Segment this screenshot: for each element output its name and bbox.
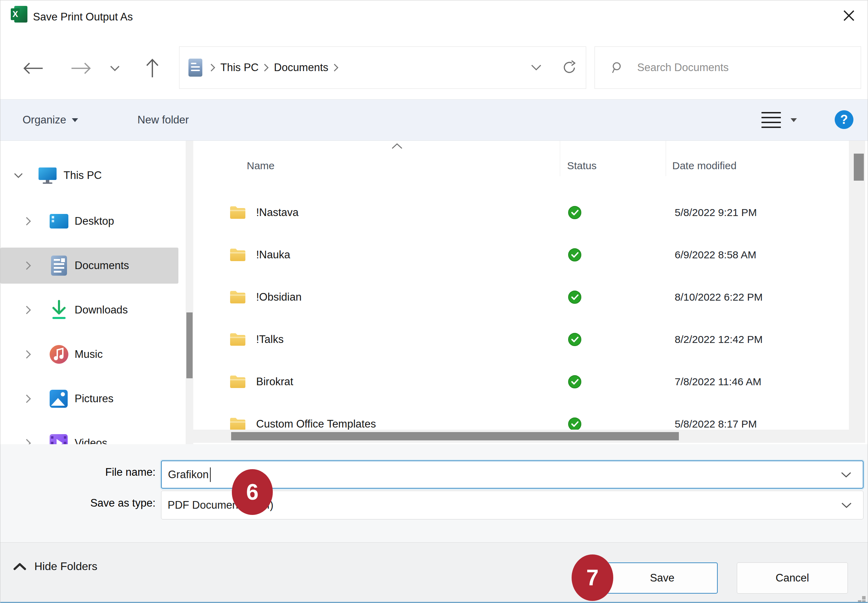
chevron-collapsed-icon[interactable] — [25, 349, 31, 359]
hide-folders-button[interactable]: Hide Folders — [13, 560, 97, 573]
view-dropdown-icon — [790, 118, 797, 122]
fields-section: File name: Grafikon 6 Save as type: PDF … — [0, 444, 868, 542]
annotation-step-7: 7 — [572, 555, 613, 601]
downloads-icon — [50, 300, 68, 320]
sidebar-item-desktop[interactable]: Desktop — [0, 203, 178, 239]
sidebar-label: Music — [74, 348, 103, 360]
sort-ascending-icon — [391, 142, 403, 150]
horizontal-scrollbar-thumb[interactable] — [231, 432, 679, 441]
footer-bar: Hide Folders Save Cancel — [0, 542, 868, 602]
sidebar-item-this-pc[interactable]: This PC — [0, 158, 178, 193]
chevron-collapsed-icon[interactable] — [25, 394, 31, 404]
sidebar-item-pictures[interactable]: Pictures — [0, 381, 178, 417]
breadcrumb-this-pc[interactable]: This PC — [220, 61, 259, 74]
sidebar-scrollbar-thumb[interactable] — [186, 312, 193, 378]
help-button[interactable]: ? — [835, 110, 853, 129]
excel-app-icon: X — [11, 6, 28, 23]
list-view-icon — [761, 112, 781, 128]
breadcrumb-documents[interactable]: Documents — [274, 61, 328, 74]
change-view-button[interactable] — [761, 99, 797, 141]
chevron-expanded-icon[interactable] — [14, 173, 23, 179]
back-button[interactable] — [19, 55, 47, 82]
desktop-icon — [49, 213, 69, 229]
file-row[interactable]: !Nauka 6/9/2022 8:58 AM — [193, 234, 846, 276]
forward-button[interactable] — [67, 55, 95, 82]
folder-icon — [229, 332, 246, 346]
save-as-type-dropdown-icon[interactable] — [841, 502, 852, 508]
breadcrumb-chevron-icon — [333, 63, 339, 72]
music-icon — [49, 344, 69, 365]
chevron-collapsed-icon[interactable] — [25, 305, 31, 315]
sidebar-item-documents[interactable]: Documents — [0, 247, 178, 284]
vertical-scrollbar[interactable] — [849, 141, 865, 430]
file-name: !Nastava — [256, 206, 299, 219]
folder-icon — [229, 248, 246, 262]
close-button[interactable] — [840, 6, 858, 25]
file-name-value: Grafikon — [168, 468, 209, 481]
address-bar[interactable]: This PC Documents — [179, 46, 586, 89]
vertical-scrollbar-thumb[interactable] — [854, 154, 864, 181]
computer-icon — [37, 166, 58, 185]
file-name-label: File name: — [31, 466, 155, 479]
pictures-icon — [49, 389, 68, 408]
file-row[interactable]: !Obsidian 8/10/2022 6:22 PM — [193, 276, 846, 319]
folder-icon — [229, 290, 246, 304]
address-dropdown-icon[interactable] — [530, 64, 542, 71]
sync-status-icon — [568, 290, 582, 304]
chevron-collapsed-icon[interactable] — [25, 261, 31, 271]
recent-locations-button[interactable] — [101, 55, 129, 82]
chevron-down-icon — [110, 65, 120, 71]
sidebar-label: This PC — [64, 169, 102, 182]
chevron-up-icon — [13, 563, 27, 571]
sync-status-icon — [568, 375, 582, 389]
column-header-status[interactable]: Status — [567, 160, 597, 172]
hide-folders-label: Hide Folders — [34, 560, 97, 573]
save-as-type-label: Save as type: — [31, 497, 155, 509]
save-as-dialog: X Save Print Output As This PC — [0, 0, 868, 603]
organize-dropdown-icon — [72, 118, 78, 122]
sync-status-icon — [568, 332, 582, 346]
chevron-collapsed-icon[interactable] — [25, 216, 31, 226]
file-name: Custom Office Templates — [256, 418, 376, 430]
help-icon: ? — [840, 112, 848, 127]
save-button[interactable]: Save — [607, 563, 718, 594]
sidebar-label: Desktop — [74, 215, 114, 227]
file-name: Birokrat — [256, 376, 293, 388]
file-row[interactable]: Birokrat 7/8/2022 11:46 AM — [193, 360, 846, 403]
cancel-label: Cancel — [776, 572, 809, 584]
column-header-date-modified[interactable]: Date modified — [672, 160, 736, 172]
annotation-step-6: 6 — [232, 469, 273, 515]
sidebar-label: Pictures — [74, 393, 113, 405]
search-input[interactable]: Search Documents — [595, 46, 861, 89]
sidebar-scrollbar[interactable] — [186, 141, 193, 457]
sync-status-icon — [568, 206, 582, 220]
cancel-button[interactable]: Cancel — [737, 563, 848, 594]
search-icon — [612, 61, 624, 74]
sidebar-label: Documents — [74, 259, 129, 272]
forward-icon — [70, 61, 91, 75]
file-name-dropdown-icon[interactable] — [840, 472, 852, 478]
file-row[interactable]: !Nastava 5/8/2022 9:21 PM — [193, 192, 846, 234]
up-button[interactable] — [138, 55, 166, 82]
save-label: Save — [650, 572, 675, 584]
sync-status-icon — [568, 248, 582, 262]
folder-icon — [229, 375, 246, 389]
new-folder-button[interactable]: New folder — [138, 99, 189, 141]
command-toolbar: Organize New folder — [0, 99, 868, 141]
horizontal-scrollbar[interactable] — [193, 430, 865, 443]
text-cursor — [210, 467, 211, 482]
file-row[interactable]: !Talks 8/2/2022 12:42 PM — [193, 319, 846, 360]
refresh-icon[interactable] — [562, 60, 577, 76]
organize-button[interactable]: Organize — [23, 99, 78, 141]
sidebar-item-music[interactable]: Music — [0, 336, 178, 373]
file-name: !Obsidian — [256, 291, 302, 303]
file-date-modified: 6/9/2022 8:58 AM — [675, 249, 756, 261]
file-date-modified: 8/10/2022 6:22 PM — [675, 291, 763, 303]
file-name: !Nauka — [256, 249, 290, 261]
column-header-name[interactable]: Name — [247, 160, 274, 172]
organize-label: Organize — [23, 114, 66, 126]
up-arrow-icon — [145, 58, 160, 79]
search-placeholder: Search Documents — [637, 61, 729, 74]
sidebar-item-downloads[interactable]: Downloads — [0, 292, 178, 328]
folder-icon — [229, 206, 246, 220]
